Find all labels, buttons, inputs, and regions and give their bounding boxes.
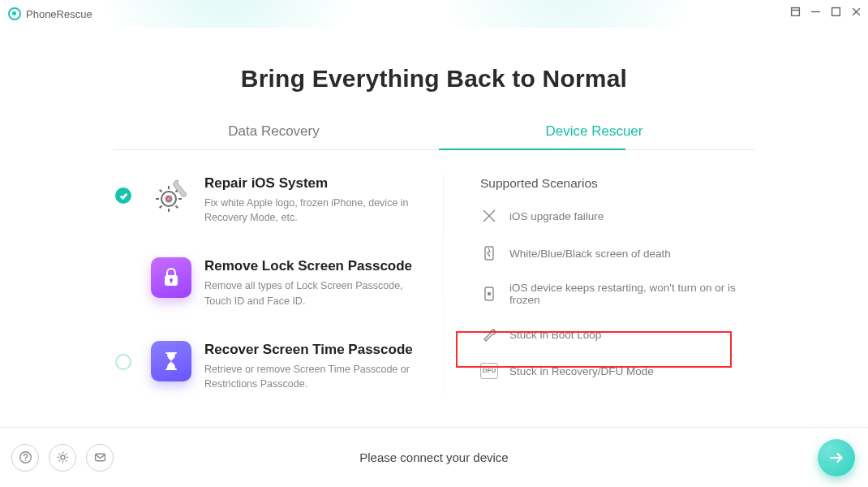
keep-on-top-icon[interactable] (790, 6, 801, 17)
svg-line-11 (160, 190, 162, 192)
option-repair-ios[interactable]: Repair iOS System Fix white Apple logo, … (114, 175, 446, 225)
svg-rect-20 (165, 368, 177, 370)
app-logo-icon (8, 7, 21, 20)
option-desc: Retrieve or remove Screen Time Passcode … (204, 362, 423, 391)
scenarios-title: Supported Scenarios (480, 176, 754, 191)
phone-crack-icon (480, 244, 498, 262)
scenario-upgrade-failure: iOS upgrade failure (480, 207, 754, 225)
app-name: PhoneRescue (26, 8, 92, 20)
tab-underline (439, 149, 625, 150)
dfu-tag-icon: DFU (480, 363, 498, 379)
titlebar: PhoneRescue (0, 0, 868, 28)
option-remove-lock-passcode[interactable]: Remove Lock Screen Passcode Remove all t… (114, 257, 446, 308)
wrench-gear-icon (151, 175, 191, 215)
option-desc: Remove all types of Lock Screen Passcode… (204, 278, 423, 308)
maximize-icon[interactable] (831, 6, 841, 17)
hourglass-icon (151, 341, 191, 381)
tab-data-recovery[interactable]: Data Recovery (114, 112, 434, 149)
scenario-restarting: iOS device keeps restarting, won't turn … (480, 282, 754, 306)
svg-line-12 (176, 206, 178, 209)
brand: PhoneRescue (8, 7, 92, 20)
tab-device-rescuer[interactable]: Device Rescuer (434, 112, 754, 149)
options-list: Repair iOS System Fix white Apple logo, … (114, 175, 446, 391)
tools-icon (480, 325, 498, 343)
scenario-recovery-dfu: DFU Stuck in Recovery/DFU Mode (480, 363, 754, 379)
scenario-label: Stuck in Boot Loop (509, 329, 601, 341)
scenario-screen-of-death: White/Blue/Black screen of death (480, 244, 754, 262)
scenario-label: iOS device keeps restarting, won't turn … (509, 282, 754, 306)
close-icon[interactable] (851, 6, 862, 17)
svg-rect-3 (832, 8, 840, 16)
x-tool-icon (480, 207, 498, 225)
scenario-label: Stuck in Recovery/DFU Mode (509, 365, 654, 377)
scenario-label: iOS upgrade failure (509, 210, 604, 222)
option-desc: Fix white Apple logo, frozen iPhone, dev… (204, 196, 423, 225)
svg-rect-23 (485, 247, 493, 260)
option-title: Remove Lock Screen Passcode (204, 257, 423, 275)
page-title: Bring Everything Back to Normal (0, 65, 868, 93)
option-title: Recover Screen Time Passcode (204, 341, 423, 359)
option-title: Repair iOS System (204, 175, 423, 192)
radio-checked-icon (115, 187, 131, 204)
svg-line-13 (160, 206, 162, 209)
svg-point-15 (165, 196, 173, 203)
scenarios-panel: Supported Scenarios iOS upgrade failure … (446, 175, 754, 391)
svg-rect-18 (170, 280, 172, 283)
svg-point-25 (488, 293, 491, 295)
minimize-icon[interactable] (810, 6, 821, 17)
status-text: Please connect your device (0, 450, 868, 464)
radio-unchecked-icon (115, 354, 131, 370)
svg-rect-19 (165, 352, 177, 354)
next-button[interactable] (818, 439, 855, 476)
scenario-label: White/Blue/Black screen of death (509, 248, 671, 260)
tabs: Data Recovery Device Rescuer (114, 112, 754, 150)
scenario-boot-loop: Stuck in Boot Loop (480, 325, 754, 343)
lock-icon (151, 257, 191, 298)
phone-frozen-icon (480, 285, 498, 303)
svg-rect-0 (792, 8, 800, 16)
option-recover-screen-time[interactable]: Recover Screen Time Passcode Retrieve or… (114, 341, 446, 391)
